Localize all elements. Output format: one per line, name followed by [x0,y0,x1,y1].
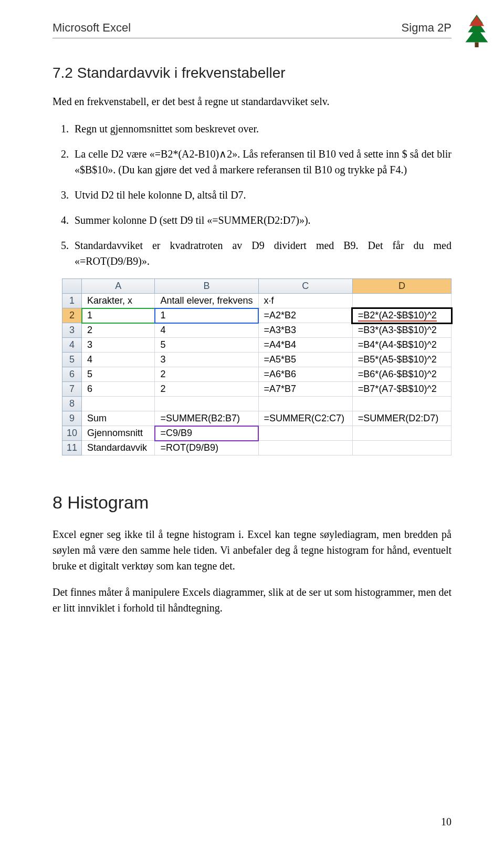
header-left: Microsoft Excel [52,21,131,35]
cell [155,397,258,411]
cell: 4 [82,353,155,367]
step-5: Standardavviket er kvadratroten av D9 di… [71,237,452,269]
cell: 5 [155,338,258,353]
step-3: Utvid D2 til hele kolonne D, altså til D… [71,187,452,203]
cell-b2: 1 [155,308,258,323]
col-header-d: D [352,279,451,294]
cell: =B3*(A3-$B$10)^2 [352,323,451,338]
cell: =SUMMER(C2:C7) [258,411,352,426]
cell: =ROT(D9/B9) [155,441,258,455]
cell: Antall elever, frekvens [155,294,258,308]
row-header: 10 [62,426,82,441]
cell: Karakter, x [82,294,155,308]
cell-d2: =B2*(A2-$B$10)^2 [352,308,451,323]
row-header: 6 [62,367,82,382]
step-2: La celle D2 være «=B2*(A2-B10)∧2». Lås r… [71,146,452,178]
cell: =A2*B2 [258,308,352,323]
cell: Standardavvik [82,441,155,455]
cell: =B6*(A6-$B$10)^2 [352,367,451,382]
cell: =B5*(A5-$B$10)^2 [352,353,451,367]
cell: =B4*(A4-$B$10)^2 [352,338,451,353]
step-4: Summer kolonne D (sett D9 til «=SUMMER(D… [71,212,452,228]
cell: =A5*B5 [258,353,352,367]
row-header: 11 [62,441,82,455]
col-header-b: B [155,279,258,294]
cell: =B7*(A7-$B$10)^2 [352,382,451,397]
row-header: 2 [62,308,82,323]
steps-list: Regn ut gjennomsnittet som beskrevet ove… [71,121,452,269]
cell: 3 [155,353,258,367]
cell: =A7*B7 [258,382,352,397]
cell [258,426,352,441]
row-header: 4 [62,338,82,353]
cell-b10: =C9/B9 [155,426,258,441]
cell: =A6*B6 [258,367,352,382]
cell: 5 [82,367,155,382]
corner-cell [62,279,82,294]
step-1: Regn ut gjennomsnittet som beskrevet ove… [71,121,452,137]
col-header-a: A [82,279,155,294]
cell [352,426,451,441]
cell [258,397,352,411]
cell [352,294,451,308]
cell: 2 [155,382,258,397]
svg-rect-1 [475,42,478,47]
cell: 3 [82,338,155,353]
cell [82,397,155,411]
cell [352,441,451,455]
cell: 2 [82,323,155,338]
cell-a2: 1 [82,308,155,323]
row-header: 8 [62,397,82,411]
section-7-2-title: 7.2 Standardavvik i frekvenstabeller [52,65,452,81]
section-8-p1: Excel egner seg ikke til å tegne histogr… [52,526,452,574]
cell: =SUMMER(B2:B7) [155,411,258,426]
cell [258,441,352,455]
col-header-c: C [258,279,352,294]
row-header: 7 [62,382,82,397]
cell: 6 [82,382,155,397]
row-header: 1 [62,294,82,308]
cell: =SUMMER(D2:D7) [352,411,451,426]
cell: 2 [155,367,258,382]
cell: Gjennomsnitt [82,426,155,441]
cell: =A3*B3 [258,323,352,338]
cell [352,397,451,411]
section-7-2-intro: Med en frekvenstabell, er det best å reg… [52,94,452,109]
row-header: 3 [62,323,82,338]
cell: x·f [258,294,352,308]
section-8-p2: Det finnes måter å manipulere Excels dia… [52,584,452,616]
page-header: Microsoft Excel Sigma 2P [52,21,452,35]
row-header: 5 [62,353,82,367]
section-8-title: 8 Histogram [52,492,452,513]
row-header: 9 [62,411,82,426]
excel-table: A B C D 1 Karakter, x Antall elever, fre… [62,278,452,455]
cell: Sum [82,411,155,426]
header-rule [52,38,452,38]
header-right: Sigma 2P [402,21,452,35]
cell: =A4*B4 [258,338,352,353]
cell: 4 [155,323,258,338]
svg-marker-2 [469,16,485,26]
excel-screenshot: A B C D 1 Karakter, x Antall elever, fre… [62,278,452,455]
page-number: 10 [441,816,452,828]
tree-icon [464,15,489,47]
